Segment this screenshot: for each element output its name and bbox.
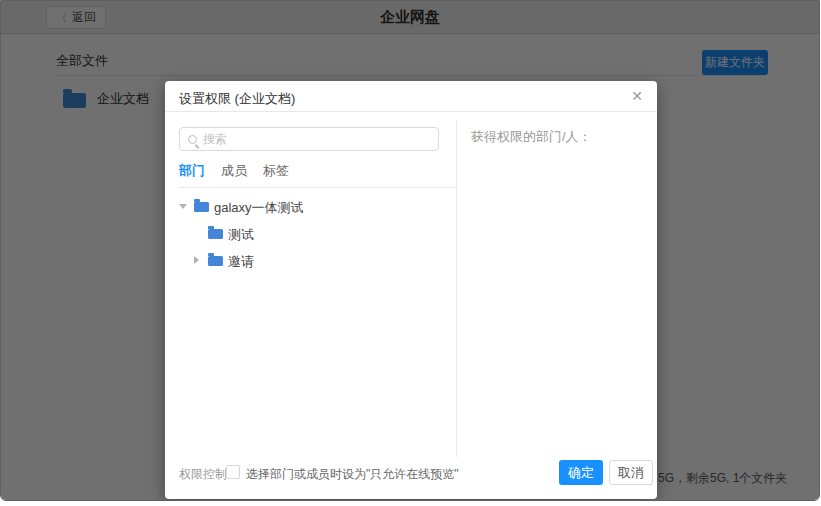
- tree-item-label: 测试: [228, 226, 254, 244]
- department-tree: galaxy一体测试 测试 邀请: [165, 193, 456, 274]
- search-input[interactable]: [197, 132, 438, 146]
- granted-permissions-label: 获得权限的部门/人：: [471, 128, 592, 146]
- tab-department[interactable]: 部门: [179, 161, 205, 187]
- preview-only-checkbox[interactable]: [226, 465, 240, 479]
- tree-item-invite[interactable]: 邀请: [165, 247, 456, 274]
- folder-icon: [208, 229, 223, 239]
- tab-bar: 部门 成员 标签: [179, 161, 456, 188]
- folder-icon: [208, 256, 223, 266]
- close-icon[interactable]: ✕: [631, 87, 643, 107]
- preview-only-checkbox-label: 选择部门或成员时设为"只允许在线预览": [246, 466, 459, 483]
- folder-icon: [194, 202, 209, 212]
- app-window: 〈 返回 企业网盘 全部文件 新建文件夹 企业文档 共5G，剩余5G, 1个文件…: [0, 0, 820, 501]
- tab-labels[interactable]: 标签: [263, 161, 289, 187]
- search-icon: [188, 135, 197, 144]
- tree-item-root[interactable]: galaxy一体测试: [165, 193, 456, 220]
- dialog-footer: 权限控制： 选择部门或成员时设为"只允许在线预览" 确定 取消: [165, 453, 657, 499]
- tree-item-test[interactable]: 测试: [165, 220, 456, 247]
- caret-down-icon[interactable]: [179, 204, 187, 209]
- dialog-title: 设置权限 (企业文档): [179, 90, 295, 108]
- caret-right-icon[interactable]: [194, 256, 199, 264]
- tree-item-label: 邀请: [228, 253, 254, 271]
- panel-divider: [456, 121, 457, 457]
- tree-item-label: galaxy一体测试: [214, 199, 304, 217]
- set-permissions-dialog: 设置权限 (企业文档) ✕ 部门 成员 标签 galaxy一体测试 测试: [165, 81, 657, 499]
- cancel-button[interactable]: 取消: [609, 460, 653, 485]
- ok-button[interactable]: 确定: [559, 460, 603, 485]
- tab-members[interactable]: 成员: [221, 161, 247, 187]
- search-box: [179, 127, 439, 151]
- title-divider: [165, 111, 657, 112]
